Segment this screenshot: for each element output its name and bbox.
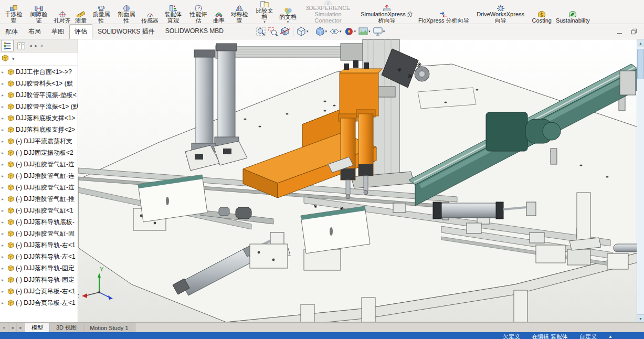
expand-chevron-icon[interactable]: ▸ (2, 289, 6, 294)
ribbon-button-curvature[interactable]: 曲率 (211, 0, 227, 24)
ribbon-button-floxpress[interactable]: FloXpress 分析向导 (416, 0, 471, 24)
expand-chevron-icon[interactable]: ▸ (2, 116, 6, 121)
tree-item[interactable]: ▸(-) DJJ落料导轨-固定 (0, 274, 78, 285)
command-tab-5[interactable]: SOLIDWORKS MBD (160, 24, 229, 39)
tree-item[interactable]: ▸DJJ落料底板支撑<2> (0, 124, 78, 135)
ribbon-button-costing[interactable]: Costing (530, 0, 554, 24)
headsup-button-apply-scene[interactable]: ▾ (357, 26, 372, 37)
tree-item[interactable]: ▸(-) DJJ平流震荡杆支 (0, 135, 78, 147)
tree-item[interactable]: ▸(-) DJJ推胶管气缸-固 (0, 228, 78, 239)
panel-nav-left-icon[interactable]: ◂ (28, 43, 33, 48)
ribbon-button-mass-properties[interactable]: 质量属性 (89, 0, 114, 24)
command-tab-1[interactable]: 布局 (23, 24, 46, 39)
expand-chevron-icon[interactable]: ▸ (2, 81, 6, 86)
command-tab-2[interactable]: 草图 (46, 24, 69, 39)
ribbon-button-performance-evaluation[interactable]: 性能评估 (186, 0, 211, 24)
panel-tab-display-pane[interactable] (15, 40, 27, 51)
command-tab-3[interactable]: 评估 (69, 24, 92, 39)
ribbon-button-sustainability[interactable]: Sustainability (554, 0, 592, 24)
ribbon-button-label: 3DEXPERIENCE Simulation Connector (301, 5, 355, 24)
ribbon-button-clearance[interactable]: 间隙验证 (26, 0, 51, 24)
expand-chevron-icon[interactable]: ▸ (2, 185, 6, 190)
document-tab-1[interactable]: 3D 视图 (50, 323, 83, 332)
scrollbar-thumb[interactable] (637, 49, 644, 79)
expand-chevron-icon[interactable]: ▸ (2, 174, 6, 178)
expand-chevron-icon[interactable]: ▸ (2, 231, 6, 236)
driveworksxpress-icon (497, 4, 505, 11)
expand-chevron-icon[interactable]: ▸ (2, 255, 6, 259)
tree-item[interactable]: ▸(-) DJJ合页吊板-右<1 (0, 285, 78, 297)
expand-chevron-icon[interactable]: ▸ (2, 151, 6, 155)
tree-item[interactable]: ▸(-) DJJ推胶管气缸<1 (0, 205, 78, 216)
tree-item[interactable]: ▸DJJ胶管平流振-垫板< (0, 89, 78, 101)
tree-item[interactable]: ▸DJJ胶管料头<1> (默 (0, 78, 78, 89)
part-left-cylinders[interactable] (185, 44, 247, 171)
headsup-button-zoom-area[interactable] (267, 26, 279, 37)
viewport-scrollbar[interactable]: ▲ ▼ (637, 39, 644, 322)
tree-item[interactable]: ▸(-) DJJ落料导轨底板- (0, 216, 78, 228)
panel-tab-feature-tree[interactable] (1, 40, 14, 51)
expand-chevron-icon[interactable]: ▸ (2, 278, 6, 282)
expand-chevron-icon[interactable]: ▸ (2, 93, 6, 98)
status-caret-icon[interactable]: ▲ (608, 334, 613, 339)
expand-chevron-icon[interactable]: ▸ (2, 162, 6, 167)
expand-chevron-icon[interactable]: ▸ (2, 104, 6, 109)
command-tab-0[interactable]: 配体 (0, 24, 23, 39)
scroll-down-icon[interactable]: ▼ (637, 314, 644, 322)
tree-item[interactable]: ▸(-) DJJ推胶管气缸-连 (0, 170, 78, 182)
tab-scroll-first-icon[interactable]: » (0, 323, 8, 332)
headsup-button-view-orientation[interactable]: ▾ (295, 26, 310, 37)
ribbon-button-driveworksxpress[interactable]: DriveWorksXpress 向导 (471, 0, 530, 24)
expand-chevron-icon[interactable]: ▸ (2, 243, 6, 248)
tree-item[interactable]: ▸(-) DJJ落料导轨-右<1 (0, 239, 78, 251)
tab-scroll-right-icon[interactable]: ▸ (17, 323, 25, 332)
headsup-button-hide-show[interactable]: ▾ (329, 26, 343, 37)
ribbon-button-hole-align[interactable]: 孔对齐 (51, 0, 73, 24)
expand-chevron-icon[interactable]: ▸ (2, 128, 6, 132)
tree-item[interactable]: ▸(-) DJJ推胶管气缸-连 (0, 158, 78, 170)
expand-chevron-icon[interactable]: ▸ (2, 197, 6, 202)
expand-chevron-icon[interactable]: ▸ (2, 208, 6, 213)
headsup-button-view-settings[interactable]: ▾ (372, 26, 386, 37)
document-tab-2[interactable]: Motion Study 1 (83, 323, 135, 332)
ribbon-button-check-active-document[interactable]: 的文档▾ (277, 0, 299, 24)
tree-item[interactable]: ▸DJJ胶管平流振<1> (默 (0, 101, 78, 112)
headsup-button-edit-appearance[interactable]: ▾ (343, 26, 357, 37)
tree-item[interactable]: ▸(-) DJJ落料导轨-左<1 (0, 251, 78, 262)
minimize-button[interactable] (615, 27, 624, 36)
ribbon-button-section-properties[interactable]: 剖面属性 (114, 0, 139, 24)
tree-item[interactable]: ▸(-) DJJ推胶管气缸-推 (0, 193, 78, 205)
ribbon-button-simulationxpress[interactable]: SimulationXpress 分析向导 (357, 0, 416, 24)
tree-filter-arrow-icon[interactable]: ▾ (11, 56, 16, 61)
ribbon-button-symmetry-check[interactable]: 对称检查 (227, 0, 252, 24)
panel-nav-more-icon[interactable]: » (39, 43, 44, 48)
expand-chevron-icon[interactable]: ▸ (2, 220, 6, 225)
tree-item[interactable]: ▸DJJ落料底板支撑<1> (0, 112, 78, 124)
scroll-up-icon[interactable]: ▲ (637, 39, 644, 47)
performance-evaluation-icon (194, 4, 203, 11)
tab-scroll-left-icon[interactable]: ◂ (8, 323, 17, 332)
expand-chevron-icon[interactable]: ▸ (2, 301, 6, 305)
ribbon-button-interference[interactable]: 干涉检查 (1, 0, 26, 24)
tree-item[interactable]: ▸(-) DJJ合页吊板-左<1 (0, 297, 78, 309)
panel-nav-right-icon[interactable]: ▸ (34, 43, 39, 48)
tree-item[interactable]: ▸(-) DJJ固定振动板<2 (0, 147, 78, 158)
tree-item[interactable]: ▸(-) DJJ落料导轨-固定 (0, 262, 78, 274)
tree-item[interactable]: ▸DJJ工作台面<1>->? (0, 66, 78, 78)
viewport-3d[interactable]: Y Z (78, 39, 637, 322)
expand-chevron-icon[interactable]: ▸ (2, 70, 6, 75)
document-tab-0[interactable]: 模型 (25, 323, 50, 332)
expand-chevron-icon[interactable]: ▸ (2, 266, 6, 271)
ribbon-button-compare-documents[interactable]: 比较文档▾ (252, 0, 277, 24)
ribbon-button-measure[interactable]: 测量 (73, 0, 89, 24)
restore-button[interactable] (629, 27, 639, 36)
headsup-button-section-view[interactable] (279, 26, 291, 37)
expand-chevron-icon[interactable]: ▸ (2, 139, 6, 144)
headsup-button-display-style[interactable]: ▾ (314, 26, 329, 37)
tree-item[interactable]: ▸(-) DJJ推胶管气缸-连 (0, 182, 78, 193)
ribbon-button-assembly-visualization[interactable]: 装配体直观 (161, 0, 186, 24)
headsup-button-zoom-fit[interactable] (255, 26, 267, 37)
ribbon-button-sensor[interactable]: 传感器 (139, 0, 161, 24)
assembly-root-icon[interactable] (2, 55, 9, 63)
command-tab-4[interactable]: SOLIDWORKS 插件 (92, 24, 160, 39)
